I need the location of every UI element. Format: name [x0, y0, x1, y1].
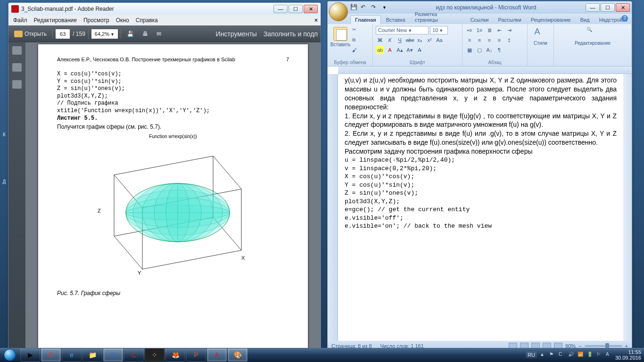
save-icon[interactable]: 💾	[124, 28, 137, 40]
taskbar-paint[interactable]: 🎨	[228, 348, 248, 362]
taskbar-comodo[interactable]: C	[124, 348, 144, 362]
clear-format-button[interactable]: A̶	[415, 46, 424, 54]
tray-icon[interactable]: ▲	[540, 352, 546, 358]
taskbar-media-player[interactable]: ▶	[20, 348, 40, 362]
thumbnails-icon[interactable]	[12, 46, 22, 55]
word-titlebar[interactable]: 💾 ↶ ↷ ▼ идз по кормилицыной - Microsoft …	[328, 1, 632, 14]
font-size-combo[interactable]: 10▼	[430, 26, 448, 34]
tray-icon[interactable]: ⚑	[549, 352, 556, 358]
copy-icon[interactable]: ⧉	[352, 37, 361, 46]
taskbar-powerpoint[interactable]: P	[186, 348, 206, 362]
doc-close-icon[interactable]: ×	[314, 17, 318, 24]
taskbar-explorer[interactable]: 📁	[83, 348, 102, 362]
desktop-icon[interactable]: К	[1, 132, 8, 139]
taskbar-ie[interactable]: e	[62, 348, 82, 362]
print-icon[interactable]: 🖶	[140, 28, 151, 40]
network-icon[interactable]: 📶	[578, 352, 584, 358]
close-button[interactable]: ✕	[304, 5, 318, 13]
indent-inc-button[interactable]: ⇥	[505, 26, 513, 34]
menu-window[interactable]: Окно	[116, 17, 129, 24]
minimize-button[interactable]: —	[273, 5, 288, 13]
mail-icon[interactable]: ✉	[154, 28, 164, 40]
styles-button[interactable]: A Стили	[530, 25, 551, 46]
zoom-combo[interactable]: 64,2%▼	[91, 29, 118, 39]
minimize-button[interactable]: —	[586, 3, 600, 12]
maximize-button[interactable]: ☐	[289, 5, 303, 13]
change-case-button[interactable]: Aa	[435, 36, 444, 44]
underline-button[interactable]: Ч	[396, 36, 404, 44]
open-button[interactable]: Открыть	[11, 28, 50, 40]
font-color-button[interactable]: A	[386, 46, 394, 54]
battery-icon[interactable]: 🔋	[587, 352, 594, 358]
undo-icon[interactable]: ↶	[361, 4, 368, 11]
tab-layout[interactable]: Разметка страницы	[411, 10, 465, 24]
attachment-icon[interactable]	[12, 80, 22, 89]
adobe-titlebar[interactable]: 3_Scilab-manual.pdf - Adobe Reader — ☐ ✕	[8, 3, 321, 15]
action-center-icon[interactable]: ⚐	[596, 352, 603, 358]
start-button[interactable]	[0, 348, 20, 362]
superscript-button[interactable]: x²	[425, 36, 434, 44]
page-input[interactable]: 63	[56, 29, 70, 39]
office-orb-button[interactable]	[329, 2, 348, 21]
vertical-ruler[interactable]	[328, 74, 338, 341]
chevron-down-icon[interactable]: ▼	[382, 5, 387, 10]
tab-view[interactable]: Вид	[576, 16, 594, 24]
taskbar-opera[interactable]: O	[41, 348, 61, 362]
zoom-slider[interactable]	[585, 345, 622, 347]
strikethrough-button[interactable]: abc	[405, 36, 414, 44]
format-painter-icon[interactable]: 🖌	[352, 48, 361, 56]
line-spacing-button[interactable]: ‡	[505, 36, 513, 44]
document-area[interactable]: y(u,v) и z(u,v) необходимо построить мат…	[338, 74, 623, 341]
maximize-button[interactable]: ☐	[601, 3, 615, 12]
horizontal-ruler[interactable]	[338, 66, 632, 74]
tab-insert[interactable]: Вставка	[382, 16, 410, 24]
fill-sign-button[interactable]: Заполнить и подп	[264, 30, 318, 38]
help-icon[interactable]: ?	[621, 15, 628, 22]
multilevel-button[interactable]: ≣	[485, 26, 494, 34]
taskbar-adobe-reader[interactable]: A	[207, 348, 227, 362]
cut-icon[interactable]: ✂	[352, 27, 361, 35]
align-center-button[interactable]: ≡	[475, 36, 484, 44]
borders-button[interactable]: ▢	[475, 46, 484, 54]
tools-button[interactable]: Инструменты	[216, 30, 257, 38]
show-marks-button[interactable]: ¶	[495, 46, 504, 54]
menu-edit[interactable]: Редактирование	[34, 17, 77, 24]
desktop-icon[interactable]: Д	[1, 179, 8, 186]
save-icon[interactable]: 💾	[350, 4, 358, 11]
vertical-scrollbar[interactable]	[623, 74, 632, 341]
tray-icon[interactable]: C	[559, 352, 565, 358]
subscript-button[interactable]: x₂	[415, 36, 424, 44]
highlight-button[interactable]: ab	[376, 46, 384, 54]
close-button[interactable]: ✕	[616, 3, 630, 12]
tab-mailings[interactable]: Рассылки	[494, 16, 525, 24]
shading-button[interactable]: ▦	[465, 46, 474, 54]
tray-icon[interactable]: A	[606, 352, 612, 358]
bold-button[interactable]: Ж	[376, 36, 384, 44]
language-indicator[interactable]: RU	[526, 352, 537, 358]
font-name-combo[interactable]: Courier New▼	[376, 26, 429, 34]
adobe-page-area[interactable]: Алексеев Е.Р., Чеснокова О.В. Построение…	[25, 42, 321, 351]
sort-button[interactable]: A↓	[485, 46, 494, 54]
volume-icon[interactable]: 🔊	[568, 352, 575, 358]
taskbar-scilab[interactable]: ⁘	[145, 348, 165, 362]
editing-button[interactable]: 🔍 Редактирование	[557, 25, 628, 46]
tab-references[interactable]: Ссылки	[466, 16, 493, 24]
taskbar-word[interactable]: W	[103, 348, 123, 362]
tab-review[interactable]: Рецензирование	[527, 16, 575, 24]
taskbar-firefox[interactable]: 🦊	[165, 348, 185, 362]
align-right-button[interactable]: ≡	[485, 36, 494, 44]
tab-home[interactable]: Главная	[350, 15, 381, 24]
clock[interactable]: 11:55 30.09.2016	[615, 349, 641, 361]
justify-button[interactable]: ≡	[495, 36, 504, 44]
shrink-font-button[interactable]: A▾	[405, 46, 414, 54]
numbering-button[interactable]: 1≡	[475, 26, 484, 34]
italic-button[interactable]: К	[386, 36, 394, 44]
bullets-button[interactable]: •≡	[465, 26, 474, 34]
align-left-button[interactable]: ≡	[465, 36, 474, 44]
menu-file[interactable]: Файл	[13, 17, 27, 24]
menu-help[interactable]: Справка	[136, 17, 158, 24]
menu-view[interactable]: Просмотр	[83, 17, 109, 24]
indent-dec-button[interactable]: ⇤	[495, 26, 504, 34]
bookmark-icon[interactable]	[12, 63, 22, 72]
grow-font-button[interactable]: A▴	[396, 46, 404, 54]
